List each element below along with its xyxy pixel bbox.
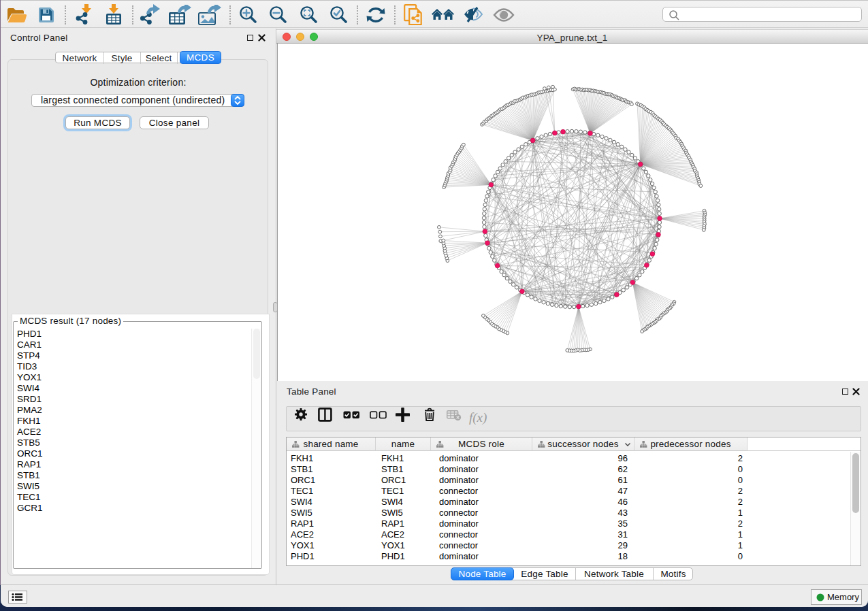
svg-text:Memory: Memory	[827, 592, 859, 602]
